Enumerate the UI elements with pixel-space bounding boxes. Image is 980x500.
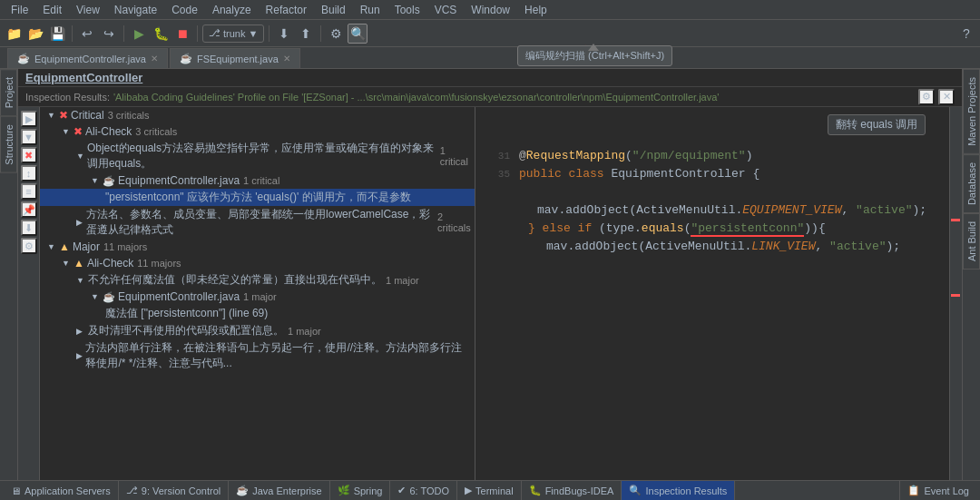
menu-code[interactable]: Code xyxy=(164,2,205,18)
status-event-log[interactable]: 📋 Event Log xyxy=(899,481,976,500)
menu-refactor[interactable]: Refactor xyxy=(259,2,314,18)
equipment-ctrl-file-major[interactable]: ▼ ☕ EquipmentController.java 1 major xyxy=(40,289,475,305)
status-todo[interactable]: ✔ 6: TODO xyxy=(390,481,457,500)
toolbar-redo-btn[interactable]: ↪ xyxy=(99,24,119,44)
method-names-rule[interactable]: ▶ 方法名、参数名、成员变量、局部变量都统一使用lowerCamelCase，彩… xyxy=(40,206,475,239)
code-line-35: 35 public class EquipmentController { xyxy=(475,165,962,183)
insp-filter-btn[interactable]: ✖ xyxy=(21,147,37,163)
toolbar-branch[interactable]: ⎇ trunk ▼ xyxy=(202,25,264,43)
menu-run[interactable]: Run xyxy=(353,2,387,18)
tab-fsequipment-close[interactable]: ✕ xyxy=(283,54,290,64)
code-line-mav1: mav.addObject(ActiveMenuUtil.EQUIPMENT_V… xyxy=(475,201,962,220)
toolbar-save-btn[interactable]: 💾 xyxy=(47,24,67,44)
vtab-database[interactable]: Database xyxy=(963,154,980,213)
menu-file[interactable]: File xyxy=(4,2,35,18)
toolbar-commit-btn[interactable]: ⬆ xyxy=(296,24,316,44)
menu-navigate[interactable]: Navigate xyxy=(107,2,164,18)
equipment-ctrl-major-expand-icon: ▼ xyxy=(91,292,100,301)
menu-tools[interactable]: Tools xyxy=(387,2,427,18)
status-terminal[interactable]: ▶ Terminal xyxy=(457,481,522,500)
tab-fsequipment-label: FSEquipment.java xyxy=(197,54,279,64)
status-version-control[interactable]: ⎇ 9: Version Control xyxy=(119,481,229,500)
toolbar-stop-btn[interactable]: ⏹ xyxy=(172,24,192,44)
status-inspection-label: Inspection Results xyxy=(645,485,727,496)
status-findbugs-icon: 🐛 xyxy=(529,485,542,496)
magic-value-rule[interactable]: ▼ 不允许任何魔法值（即未经定义的常量）直接出现在代码中。 1 major xyxy=(40,271,475,289)
ali-check-major-count: 11 majors xyxy=(137,258,181,269)
comment-rule[interactable]: ▶ 方法内部单行注释，在被注释语句上方另起一行，使用//注释。方法内部多行注释使… xyxy=(40,339,475,372)
toolbar-sep-4 xyxy=(269,25,270,42)
insp-export-btn[interactable]: ⬇ xyxy=(21,220,37,236)
tab-equipment-controller[interactable]: ☕ EquipmentController.java ✕ xyxy=(7,48,168,68)
insp-group-btn[interactable]: ≡ xyxy=(21,183,37,200)
major-group-label: Major xyxy=(73,240,100,253)
breadcrumb-settings-btn[interactable]: ⚙ xyxy=(918,89,935,105)
status-inspection-results[interactable]: 🔍 Inspection Results xyxy=(622,481,735,500)
persistentconn-item[interactable]: "persistentconn" 应该作为方法 'equals()' 的调用方，… xyxy=(40,189,475,206)
critical-expand-icon: ▼ xyxy=(47,111,56,120)
tab-fsequipment[interactable]: ☕ FSEquipment.java ✕ xyxy=(170,48,300,68)
menu-vcs[interactable]: VCS xyxy=(427,2,465,18)
toolbar-new-btn[interactable]: 📁 xyxy=(4,24,24,44)
ali-check-critical[interactable]: ▼ ✖ Ali-Check 3 criticals xyxy=(40,123,475,140)
code-line-mav2: mav.addObject(ActiveMenuUtil.LINK_VIEW, … xyxy=(475,238,962,256)
status-java-enterprise[interactable]: ☕ Java Enterprise xyxy=(229,481,329,500)
ali-check-critical-label: Ali-Check xyxy=(85,125,132,138)
toolbar-update-btn[interactable]: ⬇ xyxy=(274,24,294,44)
critical-group[interactable]: ▼ ✖ Critical 3 criticals xyxy=(40,107,475,123)
vtab-maven[interactable]: Maven Projects xyxy=(963,69,980,154)
equipment-ctrl-file[interactable]: ▼ ☕ EquipmentController.java 1 critical xyxy=(40,172,475,189)
status-spring[interactable]: 🌿 Spring xyxy=(330,481,391,500)
equals-popup-btn[interactable]: 翻转 equals 调用 xyxy=(828,114,926,135)
status-event-log-label: Event Log xyxy=(924,485,969,496)
inspection-row: ▶ ▼ ✖ ↕ ≡ 📌 ⬇ ⚙ ▼ ✖ Critical 3 criticals xyxy=(18,107,962,480)
status-app-servers[interactable]: 🖥 Application Servers xyxy=(4,481,119,500)
branch-icon: ⎇ xyxy=(209,27,220,39)
method-names-expand-icon: ▶ xyxy=(76,218,83,227)
code-right-panel: 翻转 equals 调用 31 @RequestMapping("/npm/eq… xyxy=(475,107,962,480)
insp-sort-btn[interactable]: ↕ xyxy=(21,165,37,181)
cleanup-expand-icon: ▶ xyxy=(76,327,85,336)
major-group[interactable]: ▼ ▲ Major 11 majors xyxy=(40,239,475,255)
scrollbar-error-marker2 xyxy=(951,294,960,297)
cleanup-rule[interactable]: ▶ 及时清理不再使用的代码段或配置信息。 1 major xyxy=(40,322,475,339)
vtab-project[interactable]: Project xyxy=(0,69,17,116)
toolbar-help-btn[interactable]: ? xyxy=(956,24,976,44)
breadcrumb-close-btn[interactable]: ✕ xyxy=(938,89,955,105)
scrollbar-error-marker xyxy=(951,219,960,221)
menu-edit[interactable]: Edit xyxy=(35,2,69,18)
magic-value-line[interactable]: 魔法值 ["persistentconn"] (line 69) xyxy=(40,305,475,322)
ali-check-critical-expand-icon: ▼ xyxy=(62,127,71,136)
equals-rule[interactable]: ▼ Object的equals方法容易抛空指针异常，应使用常量或确定有值的对象来… xyxy=(40,140,475,172)
menu-window[interactable]: Window xyxy=(464,2,517,18)
status-todo-label: 6: TODO xyxy=(409,485,449,496)
ali-check-major[interactable]: ▼ ▲ Ali-Check 11 majors xyxy=(40,255,475,271)
vtab-ant[interactable]: Ant Build xyxy=(963,213,980,270)
menu-build[interactable]: Build xyxy=(314,2,353,18)
menu-analyze[interactable]: Analyze xyxy=(205,2,259,18)
toolbar-settings-btn[interactable]: ⚙ xyxy=(326,24,346,44)
menu-view[interactable]: View xyxy=(69,2,107,18)
center-area: EquipmentController Inspection Results: … xyxy=(18,69,962,480)
vtab-structure[interactable]: Structure xyxy=(0,116,17,173)
status-findbugs[interactable]: 🐛 FindBugs-IDEA xyxy=(522,481,622,500)
insp-expand-btn[interactable]: ▶ xyxy=(21,111,37,127)
ali-check-critical-icon: ✖ xyxy=(74,125,83,138)
major-expand-icon: ▼ xyxy=(47,242,56,251)
toolbar-undo-btn[interactable]: ↩ xyxy=(77,24,97,44)
ali-check-major-label: Ali-Check xyxy=(87,257,133,270)
insp-collapse-btn[interactable]: ▼ xyxy=(21,129,37,145)
toolbar-run-btn[interactable]: ▶ xyxy=(129,24,149,44)
toolbar-open-btn[interactable]: 📂 xyxy=(25,24,45,44)
cleanup-label: 及时清理不再使用的代码段或配置信息。 xyxy=(88,323,284,338)
insp-settings2-btn[interactable]: ⚙ xyxy=(21,238,37,254)
toolbar-debug-btn[interactable]: 🐛 xyxy=(151,24,171,44)
insp-pin-btn[interactable]: 📌 xyxy=(21,201,37,218)
menu-help[interactable]: Help xyxy=(517,2,554,18)
tab-equipment-close[interactable]: ✕ xyxy=(151,54,158,64)
magic-value-line-label: 魔法值 ["persistentconn"] (line 69) xyxy=(105,306,268,321)
toolbar-scan-btn[interactable]: 🔍 xyxy=(348,24,368,44)
line-num-35: 35 xyxy=(483,165,510,183)
equals-rule-count: 1 critical xyxy=(440,145,471,167)
file-title: EquipmentController xyxy=(18,69,962,87)
